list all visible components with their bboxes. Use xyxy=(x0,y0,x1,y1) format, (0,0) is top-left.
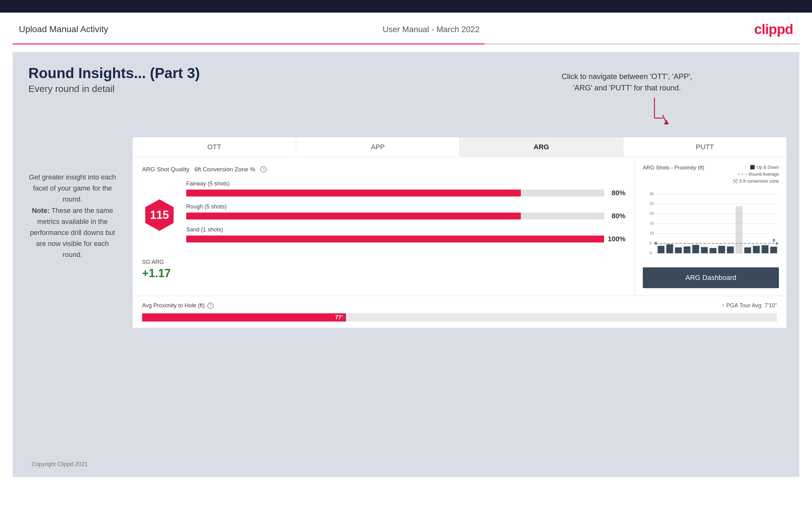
bar-fill-rough xyxy=(186,213,521,220)
hex-container: 115 Fairway (5 shots) 80% Rough (5 xyxy=(142,180,625,249)
insight-text: Get greater insight into each facet of y… xyxy=(29,172,116,261)
bar-fill-sand xyxy=(186,235,604,242)
svg-text:30: 30 xyxy=(650,191,654,195)
legend-label-6ft: 6 ft conversion zone xyxy=(740,178,779,184)
svg-text:10: 10 xyxy=(650,231,654,235)
prox-title: Avg Proximity to Hole (ft) ? xyxy=(142,302,214,309)
footer: Copyright Clippd 2021 xyxy=(32,461,88,468)
svg-rect-26 xyxy=(701,247,708,253)
prox-bar-fill: 77' xyxy=(142,313,345,322)
prox-bar-value: 77' xyxy=(335,314,343,321)
bar-fairway: Fairway (5 shots) 80% xyxy=(186,180,625,197)
hexagon-score: 115 xyxy=(142,198,177,232)
arg-dashboard-button[interactable]: ARG Dashboard xyxy=(643,267,779,288)
nav-hint: Click to navigate between 'OTT', 'APP', … xyxy=(561,71,692,94)
legend-label-updown: Up & Down xyxy=(757,165,779,170)
svg-rect-34 xyxy=(770,247,777,253)
svg-rect-30 xyxy=(736,206,743,253)
svg-rect-23 xyxy=(675,247,682,253)
svg-rect-27 xyxy=(710,248,716,253)
legend-dashed-roundavg xyxy=(738,174,747,174)
upload-link[interactable]: Upload Manual Activity xyxy=(19,24,108,34)
bar-pct-sand: 100% xyxy=(608,235,625,243)
bar-label-sand: Sand (1 shots) xyxy=(186,226,625,233)
nav-arrow xyxy=(645,96,670,135)
panel-body: ARG Shot Quality 6ft Conversion Zone % ?… xyxy=(133,157,786,296)
shot-quality-label: ARG Shot Quality xyxy=(142,166,189,173)
svg-text:20: 20 xyxy=(650,211,654,215)
chart-area: 30 25 20 15 10 5 0 xyxy=(643,189,779,264)
conversion-label: 6ft Conversion Zone % xyxy=(194,166,255,173)
clippd-logo: clippd xyxy=(754,21,793,37)
legend-hatch-6ft xyxy=(733,179,738,183)
prox-header: Avg Proximity to Hole (ft) ? ↑ PGA Tour … xyxy=(142,302,777,309)
hex-value: 115 xyxy=(150,209,169,222)
chart-header: ARG Shots - Proximity (ft) Up & Down Rou… xyxy=(643,165,779,184)
svg-rect-21 xyxy=(658,246,665,253)
right-section: ARG Shots - Proximity (ft) Up & Down Rou… xyxy=(635,157,786,296)
bars-container: Fairway (5 shots) 80% Rough (5 shots) 80… xyxy=(186,180,625,249)
legend-sq-updown xyxy=(750,165,755,169)
legend-6ft: 6 ft conversion zone xyxy=(733,178,779,184)
header-divider xyxy=(13,44,799,44)
top-bar xyxy=(0,0,812,13)
svg-rect-31 xyxy=(744,247,751,253)
tab-arg[interactable]: ARG xyxy=(460,137,623,157)
svg-text:5: 5 xyxy=(650,241,652,245)
sg-value: +1.17 xyxy=(142,267,625,280)
chart-legend: Up & Down Round Average 6 ft conversion … xyxy=(733,165,779,184)
bar-fill-fairway xyxy=(186,189,521,196)
svg-marker-3 xyxy=(664,120,669,124)
svg-rect-24 xyxy=(684,246,691,253)
svg-rect-22 xyxy=(666,244,673,253)
bar-pct-rough: 80% xyxy=(608,212,625,220)
bar-rough: Rough (5 shots) 80% xyxy=(186,204,625,220)
sg-block: SG ARG +1.17 xyxy=(142,259,625,280)
left-section: ARG Shot Quality 6ft Conversion Zone % ?… xyxy=(133,157,635,296)
chart-svg: 30 25 20 15 10 5 0 xyxy=(643,189,779,258)
proximity-section: Avg Proximity to Hole (ft) ? ↑ PGA Tour … xyxy=(133,296,786,328)
chart-title: ARG Shots - Proximity (ft) xyxy=(643,165,705,171)
bar-sand: Sand (1 shots) 100% xyxy=(186,226,625,243)
legend-updown: Up & Down xyxy=(750,165,779,170)
prox-bar: 77' xyxy=(142,313,777,322)
svg-rect-33 xyxy=(762,245,768,253)
svg-text:25: 25 xyxy=(650,201,654,205)
svg-rect-25 xyxy=(692,245,699,253)
section-header: ARG Shot Quality 6ft Conversion Zone % ? xyxy=(142,166,625,173)
svg-text:0: 0 xyxy=(650,251,652,255)
bar-pct-fairway: 80% xyxy=(608,189,625,197)
prox-cursor xyxy=(345,313,346,322)
svg-rect-20 xyxy=(655,243,779,253)
svg-rect-28 xyxy=(718,246,725,253)
svg-text:15: 15 xyxy=(650,221,654,225)
svg-text:8: 8 xyxy=(773,238,775,243)
svg-rect-29 xyxy=(727,246,734,253)
header: Upload Manual Activity User Manual - Mar… xyxy=(0,13,812,44)
legend-roundavg: Round Average xyxy=(738,172,779,177)
svg-rect-32 xyxy=(753,246,760,253)
main-content: Round Insights... (Part 3) Every round i… xyxy=(13,52,799,477)
help-icon[interactable]: ? xyxy=(260,166,266,173)
sg-label: SG ARG xyxy=(142,259,625,266)
dashboard-panel: OTT APP ARG PUTT ARG Shot Quality 6ft Co… xyxy=(132,137,787,328)
bar-label-fairway: Fairway (5 shots) xyxy=(186,180,625,187)
tab-putt[interactable]: PUTT xyxy=(623,137,786,157)
svg-point-36 xyxy=(654,242,657,245)
prox-help-icon[interactable]: ? xyxy=(207,303,214,309)
tab-ott[interactable]: OTT xyxy=(133,137,296,157)
manual-title: User Manual - March 2022 xyxy=(383,24,479,34)
tab-bar: OTT APP ARG PUTT xyxy=(133,137,786,157)
pga-avg-label: ↑ PGA Tour Avg: 7'10" xyxy=(722,302,777,309)
bar-label-rough: Rough (5 shots) xyxy=(186,204,625,210)
tab-app[interactable]: APP xyxy=(296,137,460,157)
legend-label-roundavg: Round Average xyxy=(749,172,779,177)
